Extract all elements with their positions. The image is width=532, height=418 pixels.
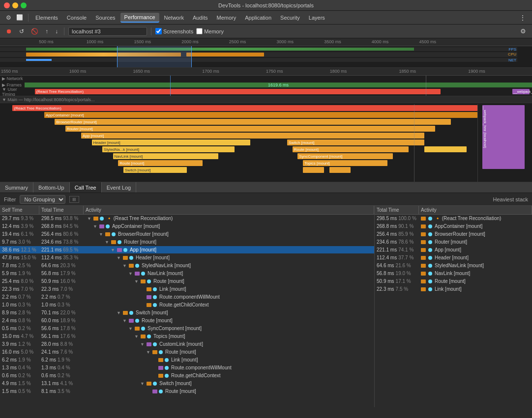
flame-row-9c[interactable] <box>329 167 351 173</box>
reconciliation-bar[interactable]: (React Tree Reconciliation) <box>35 89 441 94</box>
table-row[interactable]: 3.9 ms 1.2 % 28.0 ms 8.8 % ▼ CustomLink … <box>0 340 374 348</box>
tree-toggle[interactable]: ▼ <box>87 216 92 221</box>
table-row[interactable]: 38.6 ms 12.1 % 221.1 ms 69.5 % ▼ App [mo… <box>0 246 374 254</box>
tree-toggle[interactable]: ▼ <box>128 326 133 331</box>
flame-row-r1[interactable] <box>424 146 467 152</box>
tab-elements[interactable]: Elements <box>31 13 62 22</box>
grouping-select[interactable]: No Grouping <box>20 195 65 204</box>
right-table-row[interactable]: 56.8 ms 19.0 % NavLink [mount] <box>375 270 532 278</box>
table-row[interactable]: 8.9 ms 2.8 % 70.1 ms 22.0 % ▼ Switch [mo… <box>0 309 374 317</box>
tree-toggle[interactable]: ▼ <box>122 318 127 323</box>
table-row[interactable]: 1.5 ms 0.5 % 8.1 ms 3.5 % Route [mount] <box>0 388 374 395</box>
screenshots-checkbox-label[interactable]: Screenshots <box>155 28 193 34</box>
tab-security[interactable]: Security <box>276 13 304 22</box>
flame-row-5a[interactable]: Header [mount] <box>92 139 250 145</box>
filter-toggle[interactable]: ⊞ <box>69 196 79 203</box>
table-row[interactable]: 22.3 ms 7.0 % 22.3 ms 7.0 % Link [mount] <box>0 285 374 293</box>
right-table-row[interactable]: 64.6 ms 21.6 % StyledNavLink [mount] <box>375 262 532 270</box>
table-row[interactable]: 7.8 ms 2.5 % 64.6 ms 20.3 % ▼ StyledNavL… <box>0 262 374 270</box>
download-button[interactable]: ↓ <box>53 27 60 36</box>
tab-network[interactable]: Network <box>160 13 188 22</box>
tree-toggle[interactable]: ▼ <box>117 310 121 315</box>
table-row[interactable]: 5.9 ms 1.9 % 56.8 ms 17.9 % ▼ NavLink [m… <box>0 270 374 278</box>
table-row[interactable]: 2.2 ms 0.7 % 2.2 ms 0.7 % Route.componen… <box>0 293 374 301</box>
flame-row-7b[interactable]: SyncComponent [mount] <box>297 153 392 159</box>
right-table-row[interactable]: 50.9 ms 17.1 % Route [mount] <box>375 278 532 285</box>
right-table-row[interactable]: 221.1 ms 74.1 % App [mount] <box>375 246 532 254</box>
right-table-row[interactable]: 268.8 ms 90.1 % AppContainer [mount] <box>375 223 532 230</box>
tab-summary[interactable]: Summary <box>0 182 33 193</box>
flame-row-9a[interactable]: Switch [mount] <box>123 167 187 173</box>
tree-toggle[interactable]: ▼ <box>134 279 139 284</box>
th-self-time[interactable]: Self Time <box>0 206 39 214</box>
upload-button[interactable]: ↑ <box>43 27 50 36</box>
screenshots-checkbox[interactable] <box>155 28 162 34</box>
flame-row-8b[interactable]: Topics [mount] <box>303 160 387 166</box>
clear-button[interactable]: 🚫 <box>29 27 40 36</box>
minimize-button[interactable] <box>12 2 18 8</box>
flame-row-2[interactable]: BrowserRouter [mount] <box>55 119 451 125</box>
flame-row-0[interactable]: (React Tree Reconciliation) <box>12 105 477 111</box>
table-row[interactable]: 15.0 ms 4.7 % 56.1 ms 17.6 % ▼ Topics [m… <box>0 333 374 340</box>
more-options-icon[interactable]: ⋮ <box>517 13 528 23</box>
tree-toggle[interactable]: ▼ <box>122 263 127 268</box>
reload-record-button[interactable]: ↺ <box>17 27 26 36</box>
tree-toggle[interactable]: ▼ <box>128 271 133 276</box>
th-total-time-r[interactable]: Total Time <box>375 206 419 214</box>
tab-event-log[interactable]: Event Log <box>102 182 137 193</box>
right-table-row[interactable]: 22.3 ms 7.5 % Link [mount] <box>375 285 532 293</box>
right-table-row[interactable]: 298.5 ms 100.0 % 🔸 (React Tree Reconcili… <box>375 215 532 223</box>
table-row[interactable]: 25.4 ms 8.0 % 50.9 ms 16.0 % ▼ Route [mo… <box>0 278 374 285</box>
flame-row-6a[interactable]: StyledNa...k [mount] <box>102 146 235 152</box>
flame-row-6b[interactable]: Route [mount] <box>293 146 409 152</box>
timeline-tracks[interactable]: FPS CPU NET <box>0 46 532 68</box>
flame-row-1[interactable]: AppContainer [mount] <box>44 112 477 118</box>
tree-toggle[interactable]: ▼ <box>105 240 110 245</box>
table-row[interactable]: 16.0 ms 5.0 % 24.1 ms 7.6 % ▼ Route [mou… <box>0 348 374 356</box>
table-row[interactable]: 12.4 ms 3.9 % 268.8 ms 84.5 % ▼ AppConta… <box>0 223 374 230</box>
inspect-icon[interactable]: ⬜ <box>14 13 25 22</box>
table-row[interactable]: 19.4 ms 6.1 % 256.4 ms 80.6 % ▼ BrowserR… <box>0 230 374 238</box>
tab-bottom-up[interactable]: Bottom-Up <box>33 182 70 193</box>
flame-row-8a[interactable]: Route [mount] <box>118 160 203 166</box>
tab-performance[interactable]: Performance <box>120 13 159 23</box>
tree-toggle[interactable]: ▼ <box>117 255 121 260</box>
record-button[interactable]: ⏺ <box>4 27 14 36</box>
tab-console[interactable]: Console <box>63 13 90 22</box>
flame-row-4[interactable]: App [mount] <box>81 133 424 139</box>
tab-layers[interactable]: Layers <box>305 13 329 22</box>
flame-row-5b[interactable]: Switch [mount] <box>287 139 424 145</box>
table-row[interactable]: 4.9 ms 1.5 % 13.1 ms 4.1 % ▼ Switch [mou… <box>0 380 374 388</box>
right-table-row[interactable]: 256.4 ms 85.9 % BrowserRouter [mount] <box>375 230 532 238</box>
flame-row-7a[interactable]: NavLink [mount] <box>113 153 219 159</box>
tab-application[interactable]: Application <box>241 13 275 22</box>
flame-webpack[interactable]: __webpack_hmr (localhost) <box>482 105 525 169</box>
th-total-time[interactable]: Total Time <box>39 206 84 214</box>
webpack-bar[interactable]: __webpack_hmr <box>512 89 530 94</box>
memory-checkbox-label[interactable]: Memory <box>196 28 224 34</box>
tab-call-tree[interactable]: Call Tree <box>70 182 102 193</box>
table-row[interactable]: 1.0 ms 0.3 % 1.0 ms 0.3 % Route.getChild… <box>0 301 374 309</box>
tree-toggle[interactable]: ▼ <box>93 224 98 229</box>
url-input[interactable] <box>68 27 147 36</box>
tree-toggle[interactable]: ▼ <box>140 342 145 347</box>
tab-sources[interactable]: Sources <box>91 13 119 22</box>
table-row[interactable]: 0.6 ms 0.2 % 0.6 ms 0.2 % Route.getChild… <box>0 372 374 380</box>
tab-audits[interactable]: Audits <box>189 13 212 22</box>
memory-checkbox[interactable] <box>196 28 203 34</box>
tree-toggle[interactable]: ▼ <box>99 232 104 237</box>
right-table-row[interactable]: 234.6 ms 78.6 % Router [mount] <box>375 238 532 246</box>
devtools-icon[interactable]: ⚙ <box>4 13 13 22</box>
table-row[interactable]: 1.3 ms 0.4 % 1.3 ms 0.4 % Route.componen… <box>0 364 374 372</box>
close-button[interactable] <box>4 2 10 8</box>
timeline-selection[interactable] <box>117 46 191 68</box>
tree-toggle[interactable]: ▼ <box>134 334 139 339</box>
table-row[interactable]: 0.5 ms 0.2 % 56.6 ms 17.8 % ▼ SyncCompon… <box>0 325 374 333</box>
tree-toggle[interactable]: ▼ <box>111 248 116 252</box>
th-activity-r[interactable]: Activity <box>419 206 532 214</box>
flame-row-9b[interactable] <box>303 167 324 173</box>
tree-toggle[interactable]: ▼ <box>140 381 145 386</box>
th-activity[interactable]: Activity <box>84 206 374 214</box>
flame-row-3[interactable]: Router [mount] <box>65 126 435 132</box>
tree-toggle[interactable]: ▼ <box>146 350 151 355</box>
